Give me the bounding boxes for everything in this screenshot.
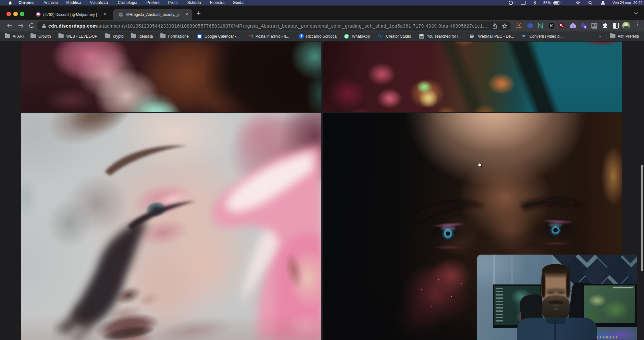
svg-text:ly: ly [572,25,574,28]
